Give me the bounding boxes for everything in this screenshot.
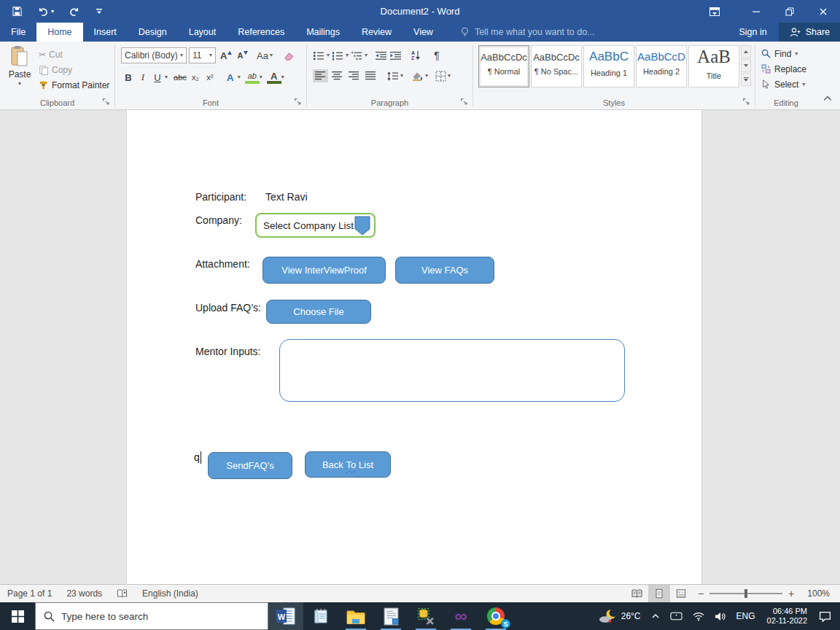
back-to-list-button[interactable]: Back To List [305, 451, 391, 478]
grow-font-button[interactable]: A [219, 47, 233, 63]
styles-dialog-launcher-icon[interactable] [742, 98, 751, 106]
italic-button[interactable]: I [136, 69, 150, 85]
page-indicator[interactable]: Page 1 of 1 [0, 588, 59, 599]
shading-button[interactable]: ▾ [411, 71, 428, 81]
tab-mailings[interactable]: Mailings [295, 23, 351, 42]
taskbar-search[interactable] [35, 602, 268, 630]
proofing-status-icon[interactable] [109, 588, 135, 599]
styles-scroll-down-icon[interactable] [741, 59, 751, 72]
send-faqs-button[interactable]: SendFAQ’s [208, 452, 292, 479]
view-faqs-button[interactable]: View FAQs [395, 257, 494, 284]
clear-formatting-button[interactable] [281, 47, 296, 63]
company-select[interactable]: Select Company List [255, 213, 376, 238]
tab-home[interactable]: Home [36, 23, 82, 42]
share-button[interactable]: Share [779, 23, 840, 42]
tab-layout[interactable]: Layout [178, 23, 228, 42]
tab-insert[interactable]: Insert [83, 23, 128, 42]
sign-in-button[interactable]: Sign in [727, 23, 778, 42]
paste-button[interactable]: Paste ▾ [6, 45, 34, 87]
subscript-button[interactable]: x₂ [188, 69, 203, 85]
save-icon[interactable] [12, 6, 23, 17]
highlight-color-button[interactable]: ab [245, 71, 260, 84]
print-layout-button[interactable] [648, 585, 670, 602]
touch-keyboard-icon[interactable] [665, 602, 688, 630]
borders-button[interactable]: ▾ [435, 71, 451, 82]
increase-indent-button[interactable] [389, 51, 402, 61]
taskbar-visual-studio-icon[interactable]: ∞ [443, 602, 478, 630]
tab-view[interactable]: View [402, 23, 444, 42]
minimize-button[interactable] [739, 0, 773, 23]
web-layout-button[interactable] [670, 585, 692, 602]
zoom-slider[interactable] [709, 593, 782, 594]
sort-button[interactable]: AZ [411, 50, 421, 61]
wifi-icon[interactable] [688, 602, 709, 630]
clock[interactable]: 06:46 PM 02-11-2022 [761, 607, 814, 626]
format-painter-button[interactable]: Format Painter [36, 77, 112, 93]
taskbar-notepad-icon[interactable] [303, 602, 338, 630]
collapse-ribbon-icon[interactable] [822, 94, 833, 103]
zoom-slider-thumb[interactable] [744, 589, 747, 598]
style-normal[interactable]: AaBbCcDc ¶ Normal [478, 45, 529, 88]
numbering-caret-icon[interactable]: ▾ [346, 52, 349, 58]
company-dropdown-shield-icon[interactable] [354, 216, 370, 236]
multilevel-caret-icon[interactable]: ▾ [365, 52, 368, 58]
text-effects-button[interactable]: A [223, 69, 238, 85]
line-spacing-button[interactable]: ▾ [386, 71, 403, 81]
ribbon-display-options-icon[interactable] [699, 0, 731, 23]
strikethrough-button[interactable]: abc [172, 69, 188, 85]
redo-icon[interactable] [69, 7, 80, 17]
cut-button[interactable]: ✂ Cut [36, 47, 112, 62]
change-case-button[interactable]: Aa▾ [255, 47, 274, 63]
volume-icon[interactable] [709, 602, 731, 630]
bullets-button[interactable] [313, 51, 324, 61]
close-button[interactable] [806, 0, 840, 23]
style-no-spacing[interactable]: AaBbCcDc ¶ No Spac... [531, 45, 582, 88]
tray-chevron-icon[interactable] [646, 602, 665, 630]
numbering-button[interactable] [332, 51, 343, 61]
style-heading2[interactable]: AaBbCcD Heading 2 [636, 45, 687, 88]
taskbar-explorer-icon[interactable] [338, 602, 373, 630]
taskbar-ssms-icon[interactable] [373, 602, 408, 630]
taskbar-sql-config-icon[interactable] [408, 602, 443, 630]
styles-gallery-expand-icon[interactable] [741, 73, 751, 86]
zoom-in-icon[interactable]: + [788, 588, 794, 599]
shrink-font-button[interactable]: A [236, 47, 250, 63]
tab-design[interactable]: Design [128, 23, 178, 42]
start-button[interactable] [0, 602, 35, 630]
highlight-caret-icon[interactable]: ▾ [260, 74, 262, 80]
mentor-inputs-textarea[interactable] [279, 339, 625, 402]
undo-caret-icon[interactable]: ▾ [51, 9, 54, 15]
weather-indicator[interactable]: 26°C [594, 602, 646, 630]
word-count[interactable]: 23 words [59, 588, 109, 599]
justify-button[interactable] [363, 69, 378, 82]
font-color-button[interactable]: A [267, 71, 281, 84]
taskbar-chrome-icon[interactable]: S [478, 602, 513, 630]
undo-button[interactable]: ▾ [37, 7, 54, 17]
tab-references[interactable]: References [227, 23, 295, 42]
text-effects-caret-icon[interactable]: ▾ [238, 74, 241, 80]
superscript-button[interactable]: x² [203, 69, 217, 85]
zoom-level[interactable]: 100% [800, 588, 840, 599]
style-heading1[interactable]: AaBbC Heading 1 [583, 45, 634, 88]
underline-caret-icon[interactable]: ▾ [165, 74, 168, 80]
underline-button[interactable]: U [150, 69, 165, 85]
font-size-select[interactable]: 11▾ [189, 47, 216, 63]
tell-me-box[interactable]: Tell me what you want to do... [460, 23, 595, 42]
replace-button[interactable]: Replace [761, 61, 806, 77]
copy-button[interactable]: Copy [36, 62, 112, 77]
taskbar-word-icon[interactable]: W [268, 602, 303, 630]
restore-button[interactable] [773, 0, 806, 23]
align-left-button[interactable] [313, 69, 328, 82]
qat-customize-icon[interactable] [95, 8, 104, 15]
zoom-out-icon[interactable]: − [698, 588, 704, 599]
search-input[interactable] [61, 611, 244, 622]
align-right-button[interactable] [346, 69, 362, 82]
multilevel-list-button[interactable] [351, 51, 362, 61]
decrease-indent-button[interactable] [375, 51, 387, 61]
tab-review[interactable]: Review [351, 23, 402, 42]
show-hide-paragraph-button[interactable]: ¶ [429, 47, 444, 63]
action-center-icon[interactable] [814, 602, 840, 630]
input-language[interactable]: ENG [731, 602, 761, 630]
font-color-caret-icon[interactable]: ▾ [281, 74, 284, 80]
paragraph-dialog-launcher-icon[interactable] [460, 98, 469, 106]
